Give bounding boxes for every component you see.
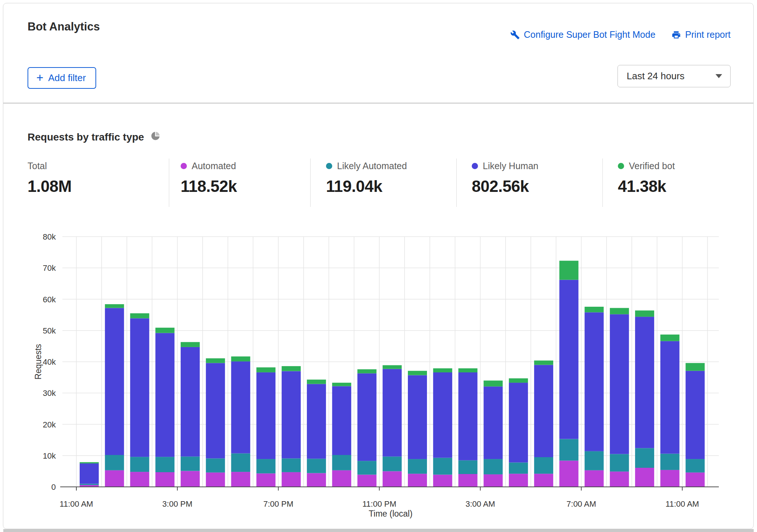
bar-segment-500am-automated[interactable]	[534, 474, 553, 487]
bar-segment-1200pm-likely-human[interactable]	[105, 308, 124, 455]
bar-segment-100pm-verified-bot[interactable]	[130, 313, 149, 318]
bar-segment-1000am-automated[interactable]	[660, 470, 680, 487]
bar-segment-200pm-likely-human[interactable]	[155, 333, 174, 457]
bar-segment-1200pm-automated[interactable]	[105, 470, 124, 487]
bar-segment-500am-likely-human[interactable]	[534, 365, 553, 458]
bar-segment-700am-automated[interactable]	[584, 470, 604, 487]
bar-segment-300am-verified-bot[interactable]	[483, 380, 503, 386]
bar-segment-200am-likely-human[interactable]	[459, 372, 478, 460]
bar-segment-1200am-verified-bot[interactable]	[408, 371, 427, 375]
bar-segment-600pm-likely-human[interactable]	[256, 372, 275, 459]
bar-segment-1100am-automated[interactable]	[686, 473, 705, 487]
bar-segment-900am-automated[interactable]	[635, 468, 654, 487]
bar-segment-100am-likely-human[interactable]	[433, 372, 452, 458]
bar-segment-700pm-likely-automated[interactable]	[282, 458, 301, 472]
bar-segment-600pm-likely-automated[interactable]	[256, 459, 275, 473]
bar-segment-1200am-automated[interactable]	[408, 474, 427, 487]
bar-segment-200am-automated[interactable]	[459, 474, 478, 487]
bar-segment-200pm-verified-bot[interactable]	[155, 328, 174, 333]
bar-segment-1100pm-likely-automated[interactable]	[383, 456, 402, 471]
bar-segment-1000am-verified-bot[interactable]	[660, 335, 680, 341]
bar-segment-400pm-automated[interactable]	[206, 473, 225, 487]
bar-segment-700pm-verified-bot[interactable]	[282, 366, 301, 371]
bar-segment-400pm-likely-human[interactable]	[206, 363, 225, 458]
bar-segment-900pm-verified-bot[interactable]	[332, 383, 351, 386]
bar-segment-600am-likely-automated[interactable]	[559, 439, 579, 461]
bar-segment-600am-verified-bot[interactable]	[559, 261, 579, 280]
bar-segment-1100pm-automated[interactable]	[383, 471, 402, 487]
bar-segment-400am-likely-automated[interactable]	[509, 463, 528, 474]
bar-segment-900am-verified-bot[interactable]	[635, 310, 654, 317]
bar-segment-1000am-likely-human[interactable]	[660, 341, 680, 454]
bar-segment-1000am-likely-automated[interactable]	[660, 454, 680, 470]
bar-segment-700pm-automated[interactable]	[282, 472, 301, 487]
bar-segment-300am-likely-automated[interactable]	[483, 459, 503, 474]
bar-segment-100am-automated[interactable]	[433, 475, 452, 487]
print-report-link[interactable]: Print report	[671, 29, 731, 40]
bar-segment-400pm-verified-bot[interactable]	[206, 358, 225, 363]
bar-segment-500am-verified-bot[interactable]	[534, 361, 553, 365]
bar-segment-700am-verified-bot[interactable]	[584, 307, 604, 312]
bar-segment-900pm-automated[interactable]	[332, 470, 351, 487]
bar-segment-1200am-likely-human[interactable]	[408, 375, 427, 459]
bar-segment-700am-likely-automated[interactable]	[584, 451, 604, 470]
bar-segment-1000pm-automated[interactable]	[358, 475, 377, 487]
bar-segment-500pm-automated[interactable]	[231, 472, 250, 487]
add-filter-button[interactable]: + Add filter	[28, 67, 96, 89]
bar-segment-600pm-verified-bot[interactable]	[256, 367, 275, 372]
bar-segment-900am-likely-automated[interactable]	[635, 448, 654, 468]
bar-segment-100am-likely-automated[interactable]	[433, 458, 452, 475]
bar-segment-500pm-verified-bot[interactable]	[231, 357, 250, 362]
bar-segment-1200am-likely-automated[interactable]	[408, 459, 427, 474]
bar-segment-1100am-likely-automated[interactable]	[686, 459, 705, 473]
bar-segment-800am-automated[interactable]	[610, 471, 629, 487]
requests-by-traffic-type-chart[interactable]: 010k20k30k40k50k60k70k80k11:00 AM3:00 PM…	[0, 220, 757, 532]
bar-segment-600pm-automated[interactable]	[256, 473, 275, 487]
bar-segment-600am-automated[interactable]	[559, 460, 579, 487]
bar-segment-800am-likely-automated[interactable]	[610, 454, 629, 472]
bar-segment-1000pm-verified-bot[interactable]	[358, 369, 377, 374]
bar-segment-500pm-likely-automated[interactable]	[231, 453, 250, 472]
bar-segment-300am-likely-human[interactable]	[483, 386, 503, 459]
bar-segment-800pm-likely-human[interactable]	[307, 384, 326, 459]
bar-segment-200am-verified-bot[interactable]	[459, 368, 478, 372]
bar-segment-300pm-automated[interactable]	[181, 471, 200, 487]
bar-segment-100pm-automated[interactable]	[130, 472, 149, 487]
bar-segment-1100am-verified-bot[interactable]	[80, 462, 99, 463]
bar-segment-200am-likely-automated[interactable]	[459, 460, 478, 474]
bar-segment-200pm-likely-automated[interactable]	[155, 457, 174, 472]
bar-segment-100pm-likely-automated[interactable]	[130, 457, 149, 472]
configure-super-bot-fight-mode-link[interactable]: Configure Super Bot Fight Mode	[510, 29, 656, 40]
bar-segment-300pm-verified-bot[interactable]	[181, 342, 200, 347]
bar-segment-1100am-likely-automated[interactable]	[80, 484, 99, 485]
bar-segment-800pm-verified-bot[interactable]	[307, 380, 326, 384]
bar-segment-1100pm-verified-bot[interactable]	[383, 365, 402, 369]
bar-segment-1000pm-likely-human[interactable]	[358, 374, 377, 461]
bar-segment-600am-likely-human[interactable]	[559, 280, 579, 439]
bar-segment-400pm-likely-automated[interactable]	[206, 458, 225, 472]
bar-segment-300pm-likely-automated[interactable]	[181, 456, 200, 471]
bar-segment-400am-likely-human[interactable]	[509, 383, 528, 462]
bar-segment-400am-automated[interactable]	[509, 474, 528, 487]
bar-segment-100pm-likely-human[interactable]	[130, 318, 149, 457]
bar-segment-300pm-likely-human[interactable]	[181, 347, 200, 456]
bar-segment-500pm-likely-human[interactable]	[231, 361, 250, 453]
bar-segment-100am-verified-bot[interactable]	[433, 368, 452, 372]
bar-segment-1100am-likely-human[interactable]	[80, 463, 99, 484]
bar-segment-1100am-verified-bot[interactable]	[686, 363, 705, 371]
bar-segment-1100pm-likely-human[interactable]	[383, 369, 402, 457]
bar-segment-1100am-likely-human[interactable]	[686, 371, 705, 459]
bar-segment-800am-likely-human[interactable]	[610, 314, 629, 454]
bar-segment-800am-verified-bot[interactable]	[610, 308, 629, 314]
bar-segment-500am-likely-automated[interactable]	[534, 457, 553, 474]
bar-segment-700am-likely-human[interactable]	[584, 312, 604, 451]
bar-segment-1200pm-verified-bot[interactable]	[105, 304, 124, 308]
time-range-select[interactable]: Last 24 hours	[617, 65, 731, 87]
bar-segment-900pm-likely-human[interactable]	[332, 386, 351, 455]
bar-segment-300am-automated[interactable]	[483, 474, 503, 487]
bar-segment-1200pm-likely-automated[interactable]	[105, 455, 124, 470]
bar-segment-800pm-likely-automated[interactable]	[307, 459, 326, 473]
bar-segment-200pm-automated[interactable]	[155, 472, 174, 487]
bar-segment-400am-verified-bot[interactable]	[509, 378, 528, 383]
bar-segment-900pm-likely-automated[interactable]	[332, 455, 351, 470]
